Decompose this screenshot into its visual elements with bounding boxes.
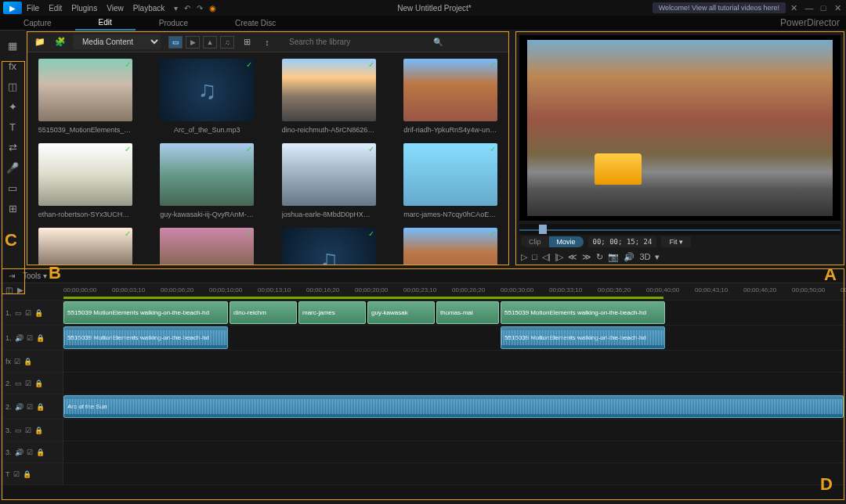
audio-clip[interactable]: 5515039 MotionElements walking-on-the-be…: [63, 326, 228, 349]
media-item[interactable]: ✓: [400, 228, 503, 265]
filter-image-icon[interactable]: ▲: [203, 36, 217, 49]
media-filter-dropdown[interactable]: Media Content: [73, 34, 161, 49]
visible-icon[interactable]: ☑: [13, 470, 20, 478]
redo-icon[interactable]: ↷: [197, 4, 203, 13]
rewind-icon[interactable]: ≪: [568, 252, 577, 262]
align-icon[interactable]: ⇥: [9, 272, 15, 280]
video-clip[interactable]: thomas-mai: [436, 301, 499, 324]
media-thumbnail[interactable]: ✓: [38, 59, 132, 121]
media-item[interactable]: ✓marc-james-N7cqy0hCAoE-unsplas...: [400, 143, 503, 218]
lock-icon[interactable]: 🔒: [36, 448, 45, 456]
visible-icon[interactable]: ☑: [25, 309, 31, 317]
track-collapse-icon[interactable]: ◫: [5, 286, 13, 294]
track-next-icon[interactable]: ▶|: [17, 286, 26, 294]
tab-create-disc[interactable]: Create Disc: [212, 16, 299, 30]
preview-mode-toggle[interactable]: Clip Movie: [521, 236, 584, 247]
maximize-icon[interactable]: □: [818, 3, 829, 13]
video-clip[interactable]: guy-kawasak: [367, 301, 435, 324]
lock-icon[interactable]: 🔒: [34, 380, 43, 387]
filter-audio-icon[interactable]: ♫: [220, 36, 234, 49]
media-item[interactable]: ✓ethan-robertson-SYx3UCHZJlo-unspl...: [34, 143, 137, 218]
undo-icon[interactable]: ↶: [184, 4, 190, 13]
media-item[interactable]: ✓: [34, 228, 137, 265]
filter-all-icon[interactable]: ▭: [168, 36, 183, 49]
timeline-ruler[interactable]: ◫ ▶| 00;00;00;0000;00;03;1000;00;06;2000…: [2, 283, 844, 296]
visible-icon[interactable]: ☑: [25, 380, 31, 387]
media-item[interactable]: ✓guy-kawasaki-iij-QvyRAnM-unsplas...: [156, 143, 259, 218]
menu-file[interactable]: File: [27, 4, 39, 13]
media-thumbnail[interactable]: ✓: [38, 228, 132, 265]
import-icon[interactable]: 📁: [32, 35, 48, 49]
media-item[interactable]: ✓: [156, 228, 259, 265]
play-icon[interactable]: ▷: [521, 252, 527, 262]
scrub-handle[interactable]: [539, 225, 547, 234]
media-thumbnail[interactable]: ✓: [403, 228, 497, 265]
prev-frame-icon[interactable]: ◁|: [542, 252, 551, 262]
lock-icon[interactable]: 🔒: [36, 403, 45, 411]
preview-viewport[interactable]: [519, 35, 841, 221]
menu-playback[interactable]: Playback: [133, 4, 165, 13]
fforward-icon[interactable]: ≫: [582, 252, 591, 262]
lock-icon[interactable]: 🔒: [24, 358, 32, 365]
grid-view-icon[interactable]: ⊞: [239, 35, 255, 49]
video-clip[interactable]: marc-james: [298, 301, 366, 324]
audio-room-icon[interactable]: 🎤: [2, 158, 24, 177]
cloud-icon[interactable]: ◉: [209, 4, 216, 13]
media-thumbnail[interactable]: ✓: [403, 59, 497, 121]
lock-icon[interactable]: 🔒: [36, 334, 45, 342]
visible-icon[interactable]: ☑: [25, 427, 31, 434]
tab-edit[interactable]: Edit: [75, 16, 136, 31]
media-item[interactable]: ✓dino-reichmuth-A5rCN8626Ck-uns...: [277, 59, 381, 134]
sort-icon[interactable]: ↕: [259, 35, 275, 49]
media-thumbnail[interactable]: ✓: [282, 59, 376, 121]
snapshot-icon[interactable]: 📷: [608, 252, 619, 262]
media-item[interactable]: ✓: [277, 228, 381, 265]
video-clip[interactable]: 5515039 MotionElements walking-on-the-be…: [501, 301, 665, 324]
media-thumbnail[interactable]: ✓: [403, 143, 497, 206]
subtitle-room-icon[interactable]: ⊞: [2, 199, 24, 218]
loop-icon[interactable]: ↻: [596, 252, 603, 262]
media-thumbnail[interactable]: ✓: [282, 143, 376, 206]
mode-movie[interactable]: Movie: [549, 236, 584, 247]
filter-video-icon[interactable]: ▶: [186, 36, 200, 49]
welcome-banner[interactable]: Welcome! View all tutorial videos here!: [653, 2, 786, 13]
media-item[interactable]: ✓joshua-earle-8MbdD0pHXGY-unspl...: [277, 143, 381, 218]
visible-icon[interactable]: ☑: [14, 358, 20, 365]
video-clip[interactable]: dino-reichm: [230, 301, 297, 324]
banner-close-icon[interactable]: ✕: [790, 3, 797, 13]
preview-scrubber[interactable]: [519, 224, 841, 235]
video-clip[interactable]: 5515039 MotionElements walking-on-the-be…: [63, 301, 228, 324]
minimize-icon[interactable]: —: [804, 3, 815, 13]
mode-clip[interactable]: Clip: [521, 236, 549, 247]
media-thumbnail[interactable]: ✓: [160, 59, 254, 121]
audio-clip[interactable]: 5515039 MotionElements walking-on-the-be…: [501, 326, 665, 349]
visible-icon[interactable]: ☑: [27, 448, 33, 456]
stop-icon[interactable]: □: [532, 252, 537, 261]
media-thumbnail[interactable]: ✓: [160, 143, 254, 206]
chapter-room-icon[interactable]: ▭: [2, 178, 24, 197]
particle-room-icon[interactable]: ✦: [2, 97, 24, 116]
next-frame-icon[interactable]: |▷: [555, 252, 564, 262]
media-item[interactable]: ✓drif-riadh-YpkuRnS4y4w-unsplash.jpg: [400, 59, 503, 134]
3d-icon[interactable]: 3D: [639, 252, 650, 261]
media-thumbnail[interactable]: ✓: [38, 143, 132, 206]
volume-icon[interactable]: 🔊: [624, 252, 634, 262]
tab-capture[interactable]: Capture: [0, 16, 75, 30]
lock-icon[interactable]: 🔒: [23, 470, 31, 478]
search-input[interactable]: [286, 36, 433, 48]
visible-icon[interactable]: ☑: [27, 403, 33, 411]
menu-plugins[interactable]: Plugins: [71, 4, 97, 13]
menu-view[interactable]: View: [107, 4, 124, 13]
media-item[interactable]: ✓Arc_of_the_Sun.mp3: [156, 59, 259, 134]
media-room-icon[interactable]: ▦: [2, 36, 24, 55]
media-thumbnail[interactable]: ✓: [160, 228, 254, 265]
lock-icon[interactable]: 🔒: [34, 427, 43, 434]
media-item[interactable]: ✓5515039_MotionElements_walking-...: [34, 59, 137, 134]
plugin-icon[interactable]: 🧩: [52, 35, 68, 49]
tab-produce[interactable]: Produce: [136, 16, 212, 30]
pip-room-icon[interactable]: ◫: [2, 77, 24, 95]
menu-edit[interactable]: Edit: [49, 4, 62, 13]
timeline-tools-dropdown[interactable]: Tools ▾: [23, 272, 47, 280]
media-thumbnail[interactable]: ✓: [282, 228, 376, 265]
new-icon[interactable]: ▾: [174, 4, 178, 13]
